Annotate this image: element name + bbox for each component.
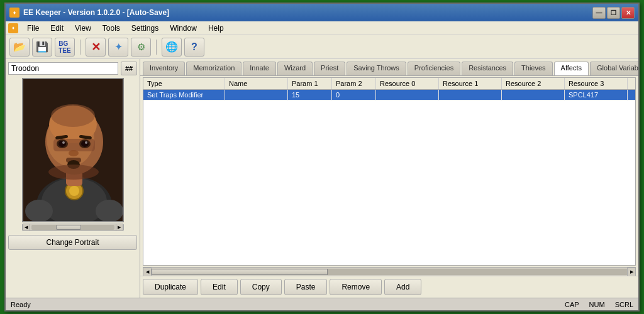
helm-icon[interactable]: ⚙ [131,38,151,57]
close-button[interactable]: ✕ [621,7,635,19]
table-header: Type Name Param 1 Param 2 Resource 0 Res… [143,78,635,90]
tab-saving-throws[interactable]: Saving Throws [347,62,406,75]
cell-type: Set Traps Modifier [143,90,225,100]
remove-button[interactable]: Remove [330,279,382,295]
open-button[interactable]: 📂 [9,38,30,57]
left-panel: ## [6,59,140,298]
edit-button[interactable]: Edit [201,279,238,295]
menu-window[interactable]: Window [165,23,202,34]
cell-resource0 [376,90,439,100]
col-header-resource0[interactable]: Resource 0 [376,78,439,89]
scroll-track [31,225,114,230]
col-header-param2[interactable]: Param 2 [332,78,376,89]
scroll-thumb [56,225,81,230]
cell-resource3: SPCL417 [565,90,628,100]
scroll-right-arrow[interactable]: ▶ [116,224,123,231]
help-icon[interactable]: ? [184,38,204,57]
col-header-param1[interactable]: Param 1 [288,78,332,89]
duplicate-button[interactable]: Duplicate [143,279,198,295]
col-header-type[interactable]: Type [143,78,225,89]
main-content: ## [6,59,638,298]
hscroll-track [152,269,627,275]
character-name-input[interactable] [8,62,118,75]
change-portrait-button[interactable]: Change Portrait [8,235,137,250]
cell-param1: 15 [288,90,332,100]
menu-help[interactable]: Help [203,23,229,34]
svg-point-16 [85,141,87,144]
svg-point-22 [48,165,99,180]
save-button[interactable]: 💾 [32,38,52,57]
svg-point-15 [81,141,89,147]
cell-param2: 0 [332,90,376,100]
table-body: Set Traps Modifier 15 0 SPCL417 [143,90,635,265]
hscroll-right-arrow[interactable]: ▶ [627,268,636,276]
tab-affects[interactable]: Affects [554,62,589,76]
toolbar-separator-2 [156,40,157,55]
restore-button[interactable]: ❐ [607,7,620,19]
col-header-resource1[interactable]: Resource 1 [439,78,502,89]
col-header-resource2[interactable]: Resource 2 [502,78,565,89]
window-title: EE Keeper - Version 1.0.2.0 - [Auto-Save… [23,8,592,17]
action-bar: Duplicate Edit Copy Paste Remove Add [140,276,638,298]
tab-wizard[interactable]: Wizard [277,62,313,75]
copy-button[interactable]: Copy [240,279,282,295]
tab-thieves[interactable]: Thieves [514,62,553,75]
toolbar: 📂 💾 BGTEE ✕ ✦ ⚙ 🌐 ? [6,35,638,59]
tab-memorization[interactable]: Memorization [186,62,242,75]
tab-priest[interactable]: Priest [314,62,345,75]
cell-name [225,90,288,100]
scroll-left-arrow[interactable]: ◀ [23,224,30,231]
titlebar: ♦ EE Keeper - Version 1.0.2.0 - [Auto-Sa… [6,4,638,21]
add-button[interactable]: Add [384,279,421,295]
scrl-indicator: SCRL [615,301,633,308]
menu-tools[interactable]: Tools [97,23,125,34]
menubar: ♦ File Edit View Tools Settings Window H… [6,21,638,35]
toolbar-separator-1 [80,40,80,55]
tab-bar: Inventory Memorization Innate Wizard Pri… [140,59,638,76]
svg-point-9 [51,104,95,127]
table-row[interactable]: Set Traps Modifier 15 0 SPCL417 [143,90,635,100]
sword-icon[interactable]: ✕ [86,38,106,57]
svg-point-4 [69,186,79,196]
statusbar: Ready CAP NUM SCRL [6,298,638,310]
status-text: Ready [11,301,31,308]
affects-table: Type Name Param 1 Param 2 Resource 0 Res… [143,77,636,266]
minimize-button[interactable]: — [592,7,606,19]
window-controls: — ❐ ✕ [592,7,635,19]
tab-proficiencies[interactable]: Proficiencies [408,62,460,75]
svg-point-12 [58,141,66,147]
star-icon[interactable]: ✦ [108,38,128,57]
hash-button[interactable]: ## [121,62,137,75]
portrait-scrollbar[interactable]: ◀ ▶ [22,224,124,231]
character-portrait [22,78,124,222]
menu-file[interactable]: File [22,23,44,34]
svg-point-24 [96,200,123,222]
hscroll-left-arrow[interactable]: ◀ [143,268,152,276]
table-horizontal-scrollbar[interactable]: ◀ ▶ [143,267,636,276]
globe-icon[interactable]: 🌐 [162,38,182,57]
character-name-bar: ## [8,62,137,75]
right-panel: Inventory Memorization Innate Wizard Pri… [140,59,638,298]
col-header-resource3[interactable]: Resource 3 [565,78,628,89]
cell-resource2 [502,90,565,100]
svg-point-17 [69,150,79,156]
hscroll-thumb [152,269,328,275]
paste-button[interactable]: Paste [284,279,328,295]
tab-innate[interactable]: Innate [243,62,276,75]
num-indicator: NUM [589,301,605,308]
app-menu-icon: ♦ [8,23,18,33]
col-header-name[interactable]: Name [225,78,288,89]
cap-indicator: CAP [565,301,579,308]
cell-resource1 [439,90,502,100]
status-indicators: CAP NUM SCRL [565,301,633,308]
svg-point-13 [62,141,65,144]
menu-settings[interactable]: Settings [126,23,164,34]
menu-view[interactable]: View [70,23,96,34]
svg-point-23 [25,200,53,222]
tab-global-variables[interactable]: Global Variables [590,62,638,75]
tab-resistances[interactable]: Resistances [462,62,513,75]
portrait-svg [23,79,124,222]
menu-edit[interactable]: Edit [45,23,69,34]
bgtee-button[interactable]: BGTEE [55,38,75,57]
tab-inventory[interactable]: Inventory [143,62,185,75]
